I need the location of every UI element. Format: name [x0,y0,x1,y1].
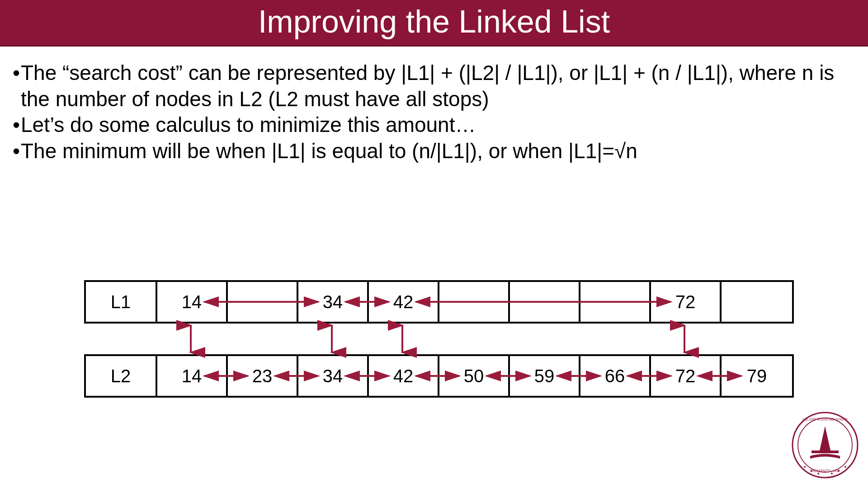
bullet-item: • Let’s do some calculus to minimize thi… [13,112,854,138]
bullet-dot: • [13,138,21,164]
bullet-item: • The minimum will be when |L1| is equal… [13,138,854,164]
svg-point-22 [817,473,819,474]
svg-rect-17 [811,450,839,453]
bullet-text: The “search cost” can be represented by … [21,60,854,112]
bullet-dot: • [13,112,21,138]
svg-point-20 [804,466,806,468]
bullet-list: • The “search cost” can be represented b… [0,47,868,164]
svg-text:UNIVERSITY • 1891: UNIVERSITY • 1891 [810,469,840,473]
svg-point-21 [811,470,812,472]
bullet-text: Let’s do some calculus to minimize this … [21,112,854,138]
svg-point-25 [844,466,846,468]
stanford-seal-icon: LELAND STANFORD JUNIOR UNIVERSITY • 1891 [791,411,859,479]
svg-text:LELAND STANFORD JUNIOR: LELAND STANFORD JUNIOR [802,418,847,422]
bullet-text: The minimum will be when |L1| is equal t… [21,138,854,164]
arrow-overlay [84,280,794,402]
svg-point-24 [838,470,840,472]
svg-point-23 [831,473,833,474]
bullet-item: • The “search cost” can be represented b… [13,60,854,112]
slide-title: Improving the Linked List [0,0,868,47]
bullet-dot: • [13,60,21,112]
